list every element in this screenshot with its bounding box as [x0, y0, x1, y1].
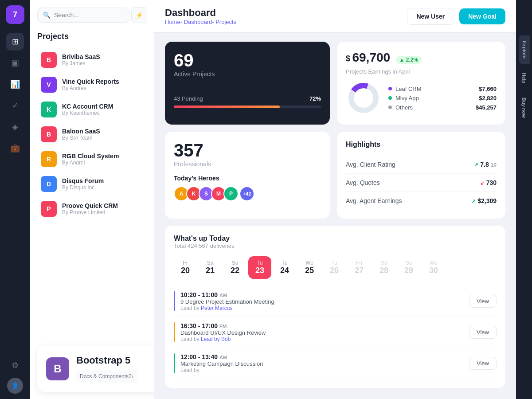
project-name-rgb: RGB Cloud System [62, 153, 119, 160]
cal-day-name: Tu [331, 260, 337, 266]
cal-day-name: We [305, 260, 313, 266]
cal-day-29[interactable]: Su 29 [397, 256, 420, 279]
project-item-rgb[interactable]: R RGB Cloud System By Andrei [37, 148, 147, 171]
project-name-baloon: Baloon SaaS [62, 128, 100, 135]
progress-bar-bg [174, 106, 321, 108]
breadcrumb: Home- Dashboard- Projects [165, 19, 236, 25]
highlights-title: Highlights [346, 141, 497, 149]
docs-row[interactable]: Docs & Components 2 › [76, 370, 137, 383]
cal-day-27[interactable]: Fri 27 [348, 256, 371, 279]
cal-day-21[interactable]: Sa 21 [199, 256, 222, 279]
cal-day-num: 30 [429, 266, 438, 275]
explore-tab[interactable]: Explore [519, 35, 530, 64]
event-view-button[interactable]: View [469, 357, 497, 370]
help-tab[interactable]: Help [519, 67, 529, 89]
content-wrapper: 69 Active Projects 43 Pending 72% $ 69,7… [154, 33, 516, 399]
search-icon: 🔍 [43, 12, 51, 19]
cal-day-26[interactable]: Tu 26 [323, 256, 346, 279]
nav-icon-home[interactable]: ⊞ [6, 33, 24, 51]
legend-leaf-crm: Leaf CRM [388, 86, 422, 92]
events-list: 10:20 - 11:00 AM 9 Degree Project Estima… [174, 286, 497, 379]
highlight-row: Avg. Quotes ↙ 730 [346, 174, 497, 192]
calendar-row: Fr 20 Sa 21 Su 22 Tu 23 Tu 24 We 25 Tu 2… [174, 256, 497, 279]
heroes-label: Today's Heroes [174, 175, 321, 182]
nav-icon-grid[interactable]: ▣ [6, 54, 24, 72]
project-logo-vine: V [41, 77, 57, 93]
event-lead-link[interactable]: Peter Marcus [201, 305, 232, 311]
cal-day-30[interactable]: Mo 30 [422, 256, 445, 279]
legend-label-mivy: Mivy App [395, 95, 419, 102]
event-event2: 16:30 - 17:00 PM Dashboard UI/UX Design … [174, 317, 497, 348]
event-title: Marketing Campaign Discussion [180, 360, 464, 367]
new-goal-button[interactable]: New Goal [459, 8, 505, 24]
event-view-button[interactable]: View [469, 295, 497, 308]
search-input[interactable] [54, 12, 124, 19]
earnings-label: Projects Earnings in April [346, 68, 497, 75]
bootstrap-popup: B Bootstrap 5 Docs & Components 2 › [37, 346, 154, 392]
cal-day-num: 21 [206, 266, 215, 275]
hero-avatar-4: P [223, 186, 239, 201]
earnings-card: $ 69,700 ▲ 2.2% Projects Earnings in Apr… [337, 42, 505, 125]
projects-title: Projects [37, 32, 147, 41]
project-logo-kc: K [41, 102, 57, 117]
breadcrumb-home: Home- [165, 19, 182, 25]
cal-day-20[interactable]: Fr 20 [174, 256, 197, 279]
user-avatar-nav[interactable]: 7 [6, 5, 24, 24]
cal-day-name: Fr [183, 260, 188, 266]
nav-icon-analytics[interactable]: 📊 [6, 75, 24, 93]
project-item-vine[interactable]: V Vine Quick Reports By Andres [37, 73, 147, 96]
project-item-proove[interactable]: P Proove Quick CRM By Proove Limited [37, 197, 147, 220]
event-lead: Lead by Lead by Bob [180, 336, 464, 342]
cal-day-25[interactable]: We 25 [298, 256, 321, 279]
filter-button[interactable]: ⚡ [131, 7, 147, 23]
highlights-card: Highlights Avg. Client Rating ↗ 7.8 10 A… [337, 132, 505, 219]
project-item-baloon[interactable]: B Baloon SaaS By SIA Team [37, 123, 147, 146]
cal-day-name: Tu [282, 260, 288, 266]
event-time: 10:20 - 11:00 AM [180, 291, 464, 298]
progress-bar-fill [174, 106, 280, 108]
sidebar: 🔍 ⚡ Projects B Briviba SaaS By James V V… [30, 0, 154, 399]
highlight-label: Avg. Quotes [346, 179, 380, 186]
highlight-label: Avg. Agent Earnings [346, 197, 402, 204]
nav-icon-portfolio[interactable]: 💼 [6, 139, 24, 157]
cal-day-23[interactable]: Tu 23 [248, 256, 271, 279]
whatsup-title: What's up Today [174, 235, 497, 243]
professionals-label: Professionals [174, 160, 321, 168]
project-name-proove: Proove Quick CRM [62, 202, 118, 209]
new-user-button[interactable]: New User [407, 8, 454, 25]
project-item-briviba[interactable]: B Briviba SaaS By James [37, 48, 147, 71]
project-logo-disqus: D [41, 176, 57, 192]
highlight-row: Avg. Agent Earnings ↗ $2,309 [346, 192, 497, 210]
event-lead-link[interactable]: Lead by Bob [201, 336, 231, 342]
nav-icon-settings[interactable]: ⚙ [6, 356, 24, 374]
buynow-tab[interactable]: Buy now [519, 92, 529, 123]
nav-bottom-user[interactable]: 👤 [7, 378, 23, 394]
trend-up-icon: ↗ [471, 198, 476, 204]
legend-others: Others [388, 104, 422, 111]
projects-list: B Briviba SaaS By James V Vine Quick Rep… [37, 48, 147, 222]
trend-down-icon: ↙ [480, 180, 485, 186]
highlights-list: Avg. Client Rating ↗ 7.8 10 Avg. Quotes … [346, 156, 497, 210]
project-logo-briviba: B [41, 52, 57, 68]
professionals-card: 357 Professionals Today's Heroes AKSMP+4… [165, 132, 330, 219]
breadcrumb-current: Projects [215, 19, 236, 25]
project-author-vine: By Andres [62, 85, 119, 91]
project-item-kc[interactable]: K KC Account CRM By Keenthemes [37, 98, 147, 121]
donut-row: Leaf CRM Mivy App Others $7,660 [346, 80, 497, 116]
project-logo-proove: P [41, 201, 57, 217]
cal-day-28[interactable]: Sa 28 [372, 256, 395, 279]
cal-day-24[interactable]: Tu 24 [273, 256, 296, 279]
hero-avatar-more[interactable]: +42 [239, 186, 254, 201]
event-lead: Lead by [180, 367, 464, 373]
nav-icon-layers[interactable]: ◈ [6, 118, 24, 136]
whatsup-subtitle: Total 424,567 deliveries [174, 243, 497, 249]
project-author-proove: By Proove Limited [62, 209, 118, 215]
project-item-disqus[interactable]: D Disqus Forum By Disqus Inc. [37, 172, 147, 196]
nav-icon-tasks[interactable]: ✓ [6, 97, 24, 114]
project-logo-rgb: R [41, 151, 57, 167]
donut-chart [346, 80, 381, 116]
project-author-briviba: By James [62, 60, 100, 66]
event-view-button[interactable]: View [469, 326, 497, 339]
cal-day-22[interactable]: Su 22 [223, 256, 246, 279]
page-title: Dashboard [165, 7, 236, 19]
